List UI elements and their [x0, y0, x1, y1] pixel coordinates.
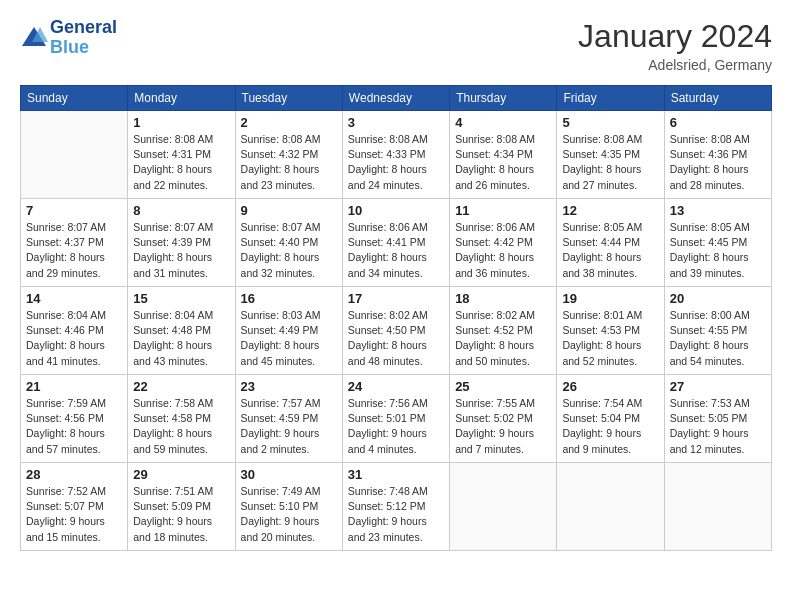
calendar-cell: 30Sunrise: 7:49 AMSunset: 5:10 PMDayligh…: [235, 463, 342, 551]
calendar-cell: 23Sunrise: 7:57 AMSunset: 4:59 PMDayligh…: [235, 375, 342, 463]
calendar-cell: 13Sunrise: 8:05 AMSunset: 4:45 PMDayligh…: [664, 199, 771, 287]
day-number: 24: [348, 379, 444, 394]
day-info: Sunrise: 7:53 AMSunset: 5:05 PMDaylight:…: [670, 396, 766, 457]
calendar-header-row: Sunday Monday Tuesday Wednesday Thursday…: [21, 86, 772, 111]
day-number: 13: [670, 203, 766, 218]
day-info: Sunrise: 8:04 AMSunset: 4:48 PMDaylight:…: [133, 308, 229, 369]
col-tuesday: Tuesday: [235, 86, 342, 111]
calendar-cell: 3Sunrise: 8:08 AMSunset: 4:33 PMDaylight…: [342, 111, 449, 199]
day-info: Sunrise: 8:05 AMSunset: 4:44 PMDaylight:…: [562, 220, 658, 281]
day-info: Sunrise: 7:55 AMSunset: 5:02 PMDaylight:…: [455, 396, 551, 457]
calendar-cell: 25Sunrise: 7:55 AMSunset: 5:02 PMDayligh…: [450, 375, 557, 463]
day-info: Sunrise: 8:06 AMSunset: 4:42 PMDaylight:…: [455, 220, 551, 281]
calendar-cell: 24Sunrise: 7:56 AMSunset: 5:01 PMDayligh…: [342, 375, 449, 463]
day-info: Sunrise: 8:07 AMSunset: 4:37 PMDaylight:…: [26, 220, 122, 281]
month-title: January 2024: [578, 18, 772, 55]
calendar-cell: 10Sunrise: 8:06 AMSunset: 4:41 PMDayligh…: [342, 199, 449, 287]
calendar-cell: 14Sunrise: 8:04 AMSunset: 4:46 PMDayligh…: [21, 287, 128, 375]
logo-text-line2: Blue: [50, 38, 117, 58]
day-info: Sunrise: 7:49 AMSunset: 5:10 PMDaylight:…: [241, 484, 337, 545]
day-info: Sunrise: 7:58 AMSunset: 4:58 PMDaylight:…: [133, 396, 229, 457]
day-info: Sunrise: 7:59 AMSunset: 4:56 PMDaylight:…: [26, 396, 122, 457]
calendar-cell: 19Sunrise: 8:01 AMSunset: 4:53 PMDayligh…: [557, 287, 664, 375]
day-info: Sunrise: 7:57 AMSunset: 4:59 PMDaylight:…: [241, 396, 337, 457]
day-number: 3: [348, 115, 444, 130]
day-info: Sunrise: 8:02 AMSunset: 4:52 PMDaylight:…: [455, 308, 551, 369]
calendar-cell: 9Sunrise: 8:07 AMSunset: 4:40 PMDaylight…: [235, 199, 342, 287]
calendar-cell: 6Sunrise: 8:08 AMSunset: 4:36 PMDaylight…: [664, 111, 771, 199]
col-saturday: Saturday: [664, 86, 771, 111]
calendar-cell: 17Sunrise: 8:02 AMSunset: 4:50 PMDayligh…: [342, 287, 449, 375]
calendar-cell: [21, 111, 128, 199]
location: Adelsried, Germany: [578, 57, 772, 73]
calendar-cell: 22Sunrise: 7:58 AMSunset: 4:58 PMDayligh…: [128, 375, 235, 463]
day-number: 18: [455, 291, 551, 306]
day-info: Sunrise: 7:54 AMSunset: 5:04 PMDaylight:…: [562, 396, 658, 457]
day-info: Sunrise: 8:05 AMSunset: 4:45 PMDaylight:…: [670, 220, 766, 281]
day-number: 4: [455, 115, 551, 130]
logo-text-line1: General: [50, 18, 117, 38]
day-number: 8: [133, 203, 229, 218]
day-info: Sunrise: 8:08 AMSunset: 4:35 PMDaylight:…: [562, 132, 658, 193]
calendar-week-row: 14Sunrise: 8:04 AMSunset: 4:46 PMDayligh…: [21, 287, 772, 375]
day-info: Sunrise: 8:07 AMSunset: 4:39 PMDaylight:…: [133, 220, 229, 281]
logo: General Blue: [20, 18, 117, 58]
day-info: Sunrise: 8:03 AMSunset: 4:49 PMDaylight:…: [241, 308, 337, 369]
day-info: Sunrise: 7:51 AMSunset: 5:09 PMDaylight:…: [133, 484, 229, 545]
day-number: 7: [26, 203, 122, 218]
col-thursday: Thursday: [450, 86, 557, 111]
day-number: 28: [26, 467, 122, 482]
col-sunday: Sunday: [21, 86, 128, 111]
day-info: Sunrise: 7:48 AMSunset: 5:12 PMDaylight:…: [348, 484, 444, 545]
day-number: 16: [241, 291, 337, 306]
day-info: Sunrise: 8:06 AMSunset: 4:41 PMDaylight:…: [348, 220, 444, 281]
calendar-cell: 8Sunrise: 8:07 AMSunset: 4:39 PMDaylight…: [128, 199, 235, 287]
day-number: 9: [241, 203, 337, 218]
page: General Blue January 2024 Adelsried, Ger…: [0, 0, 792, 612]
day-number: 6: [670, 115, 766, 130]
calendar-week-row: 21Sunrise: 7:59 AMSunset: 4:56 PMDayligh…: [21, 375, 772, 463]
day-number: 29: [133, 467, 229, 482]
calendar-cell: 1Sunrise: 8:08 AMSunset: 4:31 PMDaylight…: [128, 111, 235, 199]
calendar-week-row: 1Sunrise: 8:08 AMSunset: 4:31 PMDaylight…: [21, 111, 772, 199]
day-number: 2: [241, 115, 337, 130]
day-number: 12: [562, 203, 658, 218]
day-number: 10: [348, 203, 444, 218]
calendar-cell: 21Sunrise: 7:59 AMSunset: 4:56 PMDayligh…: [21, 375, 128, 463]
col-wednesday: Wednesday: [342, 86, 449, 111]
day-number: 31: [348, 467, 444, 482]
calendar-cell: 4Sunrise: 8:08 AMSunset: 4:34 PMDaylight…: [450, 111, 557, 199]
day-info: Sunrise: 8:07 AMSunset: 4:40 PMDaylight:…: [241, 220, 337, 281]
calendar-cell: 31Sunrise: 7:48 AMSunset: 5:12 PMDayligh…: [342, 463, 449, 551]
calendar-cell: 16Sunrise: 8:03 AMSunset: 4:49 PMDayligh…: [235, 287, 342, 375]
calendar-cell: 27Sunrise: 7:53 AMSunset: 5:05 PMDayligh…: [664, 375, 771, 463]
day-info: Sunrise: 8:08 AMSunset: 4:33 PMDaylight:…: [348, 132, 444, 193]
day-number: 14: [26, 291, 122, 306]
day-number: 17: [348, 291, 444, 306]
calendar-cell: [664, 463, 771, 551]
day-info: Sunrise: 8:08 AMSunset: 4:32 PMDaylight:…: [241, 132, 337, 193]
day-number: 25: [455, 379, 551, 394]
day-info: Sunrise: 8:01 AMSunset: 4:53 PMDaylight:…: [562, 308, 658, 369]
calendar-week-row: 28Sunrise: 7:52 AMSunset: 5:07 PMDayligh…: [21, 463, 772, 551]
logo-icon: [20, 24, 48, 52]
calendar-cell: 11Sunrise: 8:06 AMSunset: 4:42 PMDayligh…: [450, 199, 557, 287]
title-area: January 2024 Adelsried, Germany: [578, 18, 772, 73]
day-number: 20: [670, 291, 766, 306]
calendar-cell: [450, 463, 557, 551]
calendar-cell: 5Sunrise: 8:08 AMSunset: 4:35 PMDaylight…: [557, 111, 664, 199]
day-number: 23: [241, 379, 337, 394]
calendar-cell: 18Sunrise: 8:02 AMSunset: 4:52 PMDayligh…: [450, 287, 557, 375]
day-number: 11: [455, 203, 551, 218]
calendar-cell: [557, 463, 664, 551]
col-monday: Monday: [128, 86, 235, 111]
calendar-cell: 29Sunrise: 7:51 AMSunset: 5:09 PMDayligh…: [128, 463, 235, 551]
day-info: Sunrise: 7:56 AMSunset: 5:01 PMDaylight:…: [348, 396, 444, 457]
calendar-cell: 7Sunrise: 8:07 AMSunset: 4:37 PMDaylight…: [21, 199, 128, 287]
day-number: 19: [562, 291, 658, 306]
day-info: Sunrise: 8:08 AMSunset: 4:31 PMDaylight:…: [133, 132, 229, 193]
calendar-week-row: 7Sunrise: 8:07 AMSunset: 4:37 PMDaylight…: [21, 199, 772, 287]
day-info: Sunrise: 8:08 AMSunset: 4:34 PMDaylight:…: [455, 132, 551, 193]
day-info: Sunrise: 8:02 AMSunset: 4:50 PMDaylight:…: [348, 308, 444, 369]
day-number: 30: [241, 467, 337, 482]
